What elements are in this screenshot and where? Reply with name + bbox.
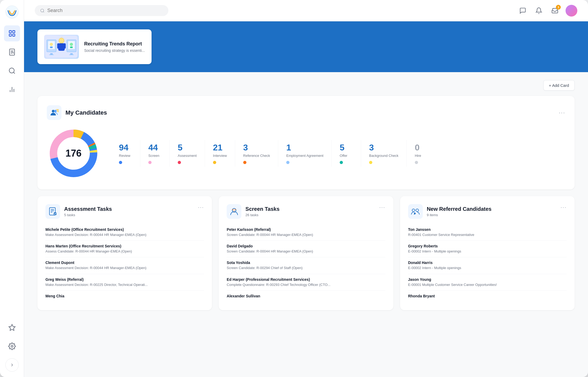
task-card-title: New Referred Candidates [427,206,492,212]
task-card-header: Assessment Tasks 5 tasks ··· [45,204,204,219]
task-card: Assessment Tasks 5 tasks ··· Michele Pet… [37,196,212,310]
task-card-subtitle: 5 tasks [64,213,112,217]
task-item[interactable]: Rhonda Bryant [408,291,567,302]
stat-dot [213,161,216,164]
task-card: Screen Tasks 26 tasks ··· Peter Karlsson… [219,196,393,310]
stat-item[interactable]: 0 Hire [407,140,436,167]
stat-item[interactable]: 3 Background Check [361,140,407,167]
task-item-desc: Screen Candidate: R-00294 Chief of Staff… [227,266,385,270]
stat-number: 5 [178,143,197,153]
task-item[interactable]: Donald Harris E-00002 Intern - Multiple … [408,257,567,274]
task-item[interactable]: David Delgado Screen Candidate: R-00044 … [227,241,385,257]
stat-item[interactable]: 21 Interview [205,140,235,167]
task-item[interactable]: Jason Young E-00001 Multiple Customer Se… [408,274,567,291]
donut-total: 176 [65,148,82,159]
task-item-desc: E-00002 Intern - Multiple openings [408,249,567,254]
task-item-name: Sota Yoshida [227,261,385,265]
stat-number: 0 [415,143,428,153]
stat-dot [369,161,372,164]
task-item-desc: Complete Questionnaire: R-00293 Chief Te… [227,282,385,287]
stat-item[interactable]: 44 Screen [140,140,170,167]
task-item[interactable]: Peter Karlsson (Referral) Screen Candida… [227,224,385,241]
stat-label: Offer [340,154,353,158]
stat-dot [286,161,289,164]
screen-icon [227,204,241,219]
inbox-icon-button[interactable]: 3 [550,5,560,16]
task-card-menu[interactable]: ··· [379,204,385,210]
task-card-menu[interactable]: ··· [198,204,204,210]
stat-item[interactable]: 3 Reference Check [235,140,278,167]
my-candidates-menu[interactable]: ··· [559,109,565,116]
task-item[interactable]: Greg Weiss (Referral) Make Assessment De… [45,274,204,291]
inbox-badge: 3 [556,5,561,10]
stat-item[interactable]: 94 Review [111,140,140,167]
banner-desc: Social recruiting strategy is essenti... [84,48,145,53]
notifications-icon-button[interactable] [533,5,544,16]
sidebar-expand-button[interactable] [5,358,19,372]
sidebar-item-settings[interactable] [4,338,20,354]
banner-illustration [45,36,78,58]
sidebar-item-favorites[interactable] [4,320,20,336]
donut-chart: 176 [47,127,100,180]
stat-label: Hire [415,154,428,158]
stat-label: Review [119,154,132,158]
app-logo[interactable] [5,5,19,19]
banner-text: Recruiting Trends Report Social recruiti… [84,41,145,53]
svg-rect-3 [9,34,11,36]
stat-number: 44 [148,143,161,153]
sidebar-item-reports[interactable] [4,44,20,60]
add-card-button[interactable]: + Add Card [543,80,575,91]
task-item[interactable]: Clement Dupont Make Assessment Decision:… [45,257,204,274]
task-item[interactable]: Ed Harper (Professional Recruitment Serv… [227,274,385,291]
task-item[interactable]: Meng Chia [45,291,204,302]
svg-point-57 [416,209,419,212]
task-item-name: David Delgado [227,244,385,248]
search-box[interactable] [35,5,168,16]
banner-title: Recruiting Trends Report [84,41,145,47]
banner-card[interactable]: Recruiting Trends Report Social recruiti… [37,29,152,64]
messages-icon [519,7,526,14]
sidebar-item-search[interactable] [4,63,20,79]
stat-item[interactable]: 1 Employment Agreement [278,140,332,167]
sidebar-item-dashboard[interactable] [4,25,20,41]
svg-point-31 [50,43,53,46]
task-item-name: Jason Young [408,277,567,282]
svg-point-16 [41,9,44,12]
search-input[interactable] [47,8,163,13]
user-avatar[interactable] [566,5,577,17]
task-item[interactable]: Ton Janssen R-00401 Customer Service Rep… [408,224,567,241]
task-item[interactable]: Alexander Sullivan [227,291,385,302]
stat-item[interactable]: 5 Offer [332,140,361,167]
task-item[interactable]: Michele Petite (Office Recruitment Servi… [45,224,204,241]
task-card-menu[interactable]: ··· [560,204,567,210]
svg-rect-26 [64,43,66,49]
task-item-desc: E-00001 Multiple Customer Service Career… [408,282,567,287]
task-item-desc: R-00401 Customer Service Representative [408,232,567,237]
svg-rect-2 [13,31,15,33]
sidebar-item-analytics[interactable] [4,81,20,98]
stat-number: 21 [213,143,227,153]
svg-rect-34 [70,46,73,48]
svg-line-10 [13,72,15,73]
stat-dot [243,161,246,164]
task-item[interactable]: Gregory Roberts E-00002 Intern - Multipl… [408,241,567,257]
svg-line-17 [43,11,44,12]
search-icon [40,8,45,13]
task-item-desc: Screen Candidate: R-00044 HR Manager-EME… [227,249,385,254]
svg-rect-30 [69,55,74,55]
task-item-desc: Make Assessment Decision: R-00044 HR Man… [45,266,204,270]
stat-label: Assessment [178,154,197,158]
svg-point-15 [11,345,13,347]
task-card-header: New Referred Candidates 9 items ··· [408,204,567,219]
task-item[interactable]: Hans Marten (Office Recruitment Services… [45,241,204,257]
messages-icon-button[interactable] [517,5,528,16]
svg-rect-1 [9,31,11,33]
task-item-name: Gregory Roberts [408,244,567,248]
task-card: New Referred Candidates 9 items ··· Ton … [400,196,575,310]
task-item-name: Ton Janssen [408,227,567,232]
candidates-icon-svg [49,108,59,118]
task-item[interactable]: Sota Yoshida Screen Candidate: R-00294 C… [227,257,385,274]
banner-thumbnail [44,35,79,59]
task-item-name: Donald Harris [408,261,567,265]
stat-item[interactable]: 5 Assessment [170,140,205,167]
